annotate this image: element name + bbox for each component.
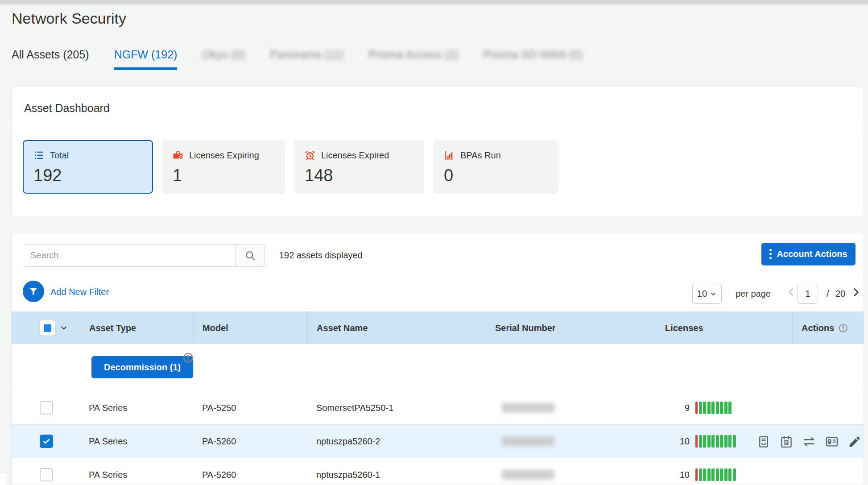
cell-model: PA-5260 — [193, 425, 307, 458]
tile-licenses-expired[interactable]: Licenses Expired 148 — [294, 140, 424, 194]
list-icon — [33, 150, 44, 161]
license-count: 9 — [665, 403, 690, 413]
asset-dashboard-card: Asset Dashboard Total 192 Licenses Expir… — [11, 86, 864, 216]
chevron-left-icon — [785, 292, 797, 299]
tile-licenses-expiring[interactable]: Licenses Expiring 1 — [162, 140, 285, 194]
previous-page-button[interactable] — [785, 286, 797, 298]
page-title: Network Security — [12, 10, 126, 27]
tab-blurred-prisma-sdwan[interactable]: Prisma SD-WAN (0) — [484, 48, 583, 70]
search-icon — [244, 250, 256, 261]
table-row: PA Series PA-5260 nptuszpa5260-1 10 — [12, 458, 864, 485]
page-size-value: 10 — [697, 289, 707, 299]
assets-table-card: 192 assets displayed Account Actions Add… — [11, 232, 864, 485]
tile-value: 1 — [173, 166, 274, 185]
column-header-licenses[interactable]: Licenses — [656, 312, 792, 344]
assets-displayed-count: 192 assets displayed — [279, 250, 363, 261]
license-bars — [695, 402, 732, 414]
tile-value: 0 — [444, 166, 548, 185]
redacted-serial-number — [502, 470, 554, 480]
chevron-down-icon[interactable] — [59, 323, 68, 332]
corner-notch — [0, 473, 6, 485]
column-header-asset-name[interactable]: Asset Name — [307, 312, 486, 344]
tile-label: Licenses Expired — [321, 150, 389, 161]
dashboard-divider — [12, 127, 864, 127]
cell-asset-name: nptuszpa5260-1 — [307, 458, 486, 485]
tab-blurred-panorama[interactable]: Panorama (11) — [270, 48, 343, 70]
window-top-strip — [0, 0, 868, 4]
page-size-select[interactable]: 10 — [692, 284, 722, 304]
asset-tabs: All Assets (205) NGFW (192) Okyo (0) Pan… — [12, 48, 583, 70]
tile-value: 148 — [305, 166, 413, 185]
cell-model: PA-5250 — [193, 391, 307, 424]
table-header-row: Asset Type Model Asset Name Serial Numbe… — [12, 311, 864, 344]
add-new-filter-link[interactable]: Add New Filter — [50, 287, 109, 297]
search-button[interactable] — [235, 245, 265, 266]
transfer-icon[interactable] — [802, 435, 816, 448]
cell-asset-type: PA Series — [80, 458, 193, 485]
table-row: PA Series PA-5250 SomersetPA5250-1 9 — [12, 391, 864, 424]
column-header-serial-number[interactable]: Serial Number — [486, 312, 656, 344]
cell-asset-type: PA Series — [80, 425, 193, 458]
page-separator: / — [827, 289, 829, 299]
row-checkbox[interactable] — [40, 401, 53, 415]
funnel-icon — [28, 286, 39, 297]
tab-ngfw[interactable]: NGFW (192) — [114, 48, 178, 70]
dashboard-tiles: Total 192 Licenses Expiring 1 — [23, 140, 558, 194]
briefcase-alert-icon — [173, 150, 183, 161]
cell-asset-type: PA Series — [80, 391, 193, 424]
redacted-serial-number — [502, 436, 554, 446]
dashboard-title: Asset Dashboard — [12, 87, 864, 115]
search-box — [23, 244, 265, 267]
license-bars — [695, 468, 736, 481]
account-actions-button[interactable]: Account Actions — [761, 243, 856, 265]
info-alert-icon[interactable] — [182, 352, 194, 364]
column-header-model[interactable]: Model — [193, 312, 307, 344]
tab-all-assets[interactable]: All Assets (205) — [12, 48, 89, 70]
bar-chart-icon — [444, 150, 455, 161]
cell-asset-name: SomersetPA5250-1 — [307, 391, 486, 424]
per-page-label: per page — [736, 289, 771, 299]
license-certificate-icon[interactable] — [825, 435, 839, 448]
license-count: 10 — [665, 436, 690, 447]
decommission-button[interactable]: Decommission (1) — [91, 356, 193, 378]
next-page-button[interactable] — [850, 286, 862, 298]
license-count: 10 — [665, 470, 690, 480]
total-pages: 20 — [835, 289, 845, 299]
chevron-down-icon — [710, 290, 717, 298]
current-page-input[interactable]: 1 — [798, 284, 818, 304]
tile-value: 192 — [33, 166, 142, 185]
tile-label: BPAs Run — [460, 150, 501, 161]
chevron-right-icon — [850, 292, 862, 299]
calendar-day-icon[interactable]: 1 — [780, 435, 793, 448]
cell-model: PA-5260 — [193, 458, 307, 485]
column-header-actions: Actions — [792, 312, 864, 344]
tile-label: Total — [50, 150, 69, 161]
cell-asset-name: nptuszpa5260-2 — [307, 425, 486, 458]
bulk-action-row: Decommission (1) — [12, 344, 864, 391]
alarm-clock-icon — [305, 150, 315, 161]
row-checkbox-checked[interactable] — [40, 435, 53, 448]
tab-blurred-prisma-access[interactable]: Prisma Access (2) — [368, 48, 458, 70]
info-alert-icon[interactable] — [838, 323, 848, 333]
network-security-page: Network Security All Assets (205) NGFW (… — [0, 0, 868, 485]
tile-bpas-run[interactable]: BPAs Run 0 — [433, 140, 558, 194]
select-all-checkbox[interactable] — [40, 320, 55, 336]
row-action-buttons: 1 — [757, 425, 861, 458]
actions-header-label: Actions — [802, 323, 834, 333]
row-checkbox[interactable] — [40, 468, 53, 481]
table-row-selected: PA Series PA-5260 nptuszpa5260-2 10 1 — [12, 424, 864, 458]
edit-pencil-icon[interactable] — [848, 435, 861, 448]
tile-total[interactable]: Total 192 — [23, 140, 153, 194]
search-input[interactable] — [23, 245, 235, 266]
tab-blurred-okyo[interactable]: Okyo (0) — [202, 48, 245, 70]
svg-text:1: 1 — [785, 441, 788, 445]
column-header-asset-type[interactable]: Asset Type — [80, 312, 193, 344]
device-summary-icon[interactable] — [757, 435, 770, 448]
tile-label: Licenses Expiring — [189, 150, 259, 161]
filter-button[interactable] — [23, 281, 44, 302]
license-bars — [695, 435, 736, 448]
kebab-icon — [769, 249, 772, 259]
redacted-serial-number — [502, 403, 554, 413]
account-actions-label: Account Actions — [777, 249, 847, 259]
